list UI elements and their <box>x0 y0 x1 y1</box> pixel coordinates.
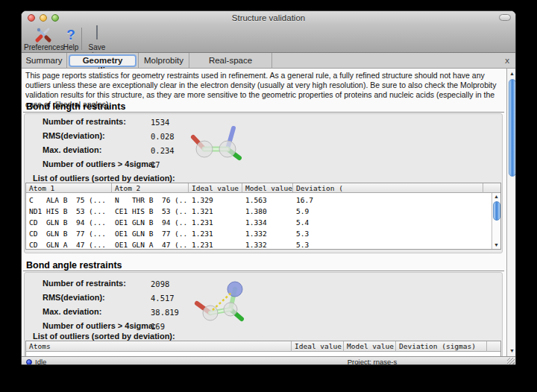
bond-angle-heading: Bond angle restraints <box>26 260 122 271</box>
table-row[interactable]: CD GLN B 77 (... OE1 GLN B 77 (... 1.231… <box>26 228 500 239</box>
stat-value: 2098 <box>151 279 169 288</box>
table-header-row: Atoms Ideal value Model value Deviation … <box>26 341 500 352</box>
bond-angle-outliers-table: Atoms Ideal value Model value Deviation … <box>25 341 501 356</box>
save-log-button[interactable]: Save log <box>84 26 110 51</box>
stat-value: 4.517 <box>151 294 175 303</box>
column-header[interactable]: Model value <box>344 341 396 352</box>
table-scroll-thumb[interactable] <box>493 201 500 221</box>
status-text: Idle <box>35 357 46 365</box>
scroll-down-icon[interactable]: ▼ <box>492 242 500 248</box>
tab-strip: Summary Geometry outliers Molprobity Rea… <box>22 53 515 69</box>
stat-value: 1534 <box>151 118 169 127</box>
stat-label: Max. deviation: <box>43 307 101 316</box>
preferences-label: Preferences <box>24 43 63 51</box>
bond-length-heading: Bond length restraints <box>26 101 125 112</box>
main-scroll-thumb[interactable] <box>509 79 516 177</box>
selected-tab-highlight[interactable]: Geometry outliers <box>69 54 136 67</box>
bond-length-outliers-table: Atom 1 Atom 2 Ideal value Model value De… <box>25 183 501 250</box>
bond-length-list-label: List of outliers (sorted by deviation): <box>33 174 175 183</box>
title-bar[interactable]: Structure validation <box>22 11 515 25</box>
column-header[interactable]: Atom 1 <box>26 183 112 193</box>
crossed-tools-icon <box>24 26 63 43</box>
bond-angle-list-label: List of outliers (sorted by deviation): <box>33 332 175 341</box>
bond-angle-molecule-graphic <box>183 276 250 329</box>
table-row[interactable]: CD GLN B 94 (... OE1 GLN B 94 (... 1.231… <box>26 217 500 228</box>
toolbar: Preferences ? Help Save log <box>22 25 515 53</box>
structure-validation-window: Structure validation Preferences ? <box>21 10 516 365</box>
column-header[interactable]: Deviation (sigmas) <box>396 341 487 352</box>
status-dot-icon <box>26 359 32 365</box>
scroll-up-icon[interactable]: ▲ <box>507 71 516 77</box>
window-title: Structure validation <box>22 11 515 25</box>
main-scrollbar[interactable]: ▲ ▼ <box>506 69 516 356</box>
scroll-up-icon[interactable]: ▲ <box>492 194 500 200</box>
question-mark-icon: ? <box>61 26 81 43</box>
tab-geometry-outliers[interactable]: Geometry outliers <box>67 53 139 69</box>
bond-angle-rule <box>23 271 504 271</box>
geometry-outliers-page: This page reports statistics for geometr… <box>22 69 506 356</box>
spreadsheet-icon <box>84 26 110 43</box>
stat-value: 38.819 <box>151 308 179 317</box>
bond-angle-panel: Number of restraints: 2098 RMS(deviation… <box>24 272 503 356</box>
column-header-filler <box>483 183 492 193</box>
table-row[interactable]: CD GLN A 47 (... OE1 GLN A 47 (... 1.231… <box>26 239 500 250</box>
help-button[interactable]: ? Help <box>61 26 81 51</box>
column-header[interactable]: Atoms <box>26 341 292 352</box>
stat-label: Number of restraints: <box>43 117 126 126</box>
help-label: Help <box>61 43 81 51</box>
column-header[interactable]: Model value <box>242 183 293 193</box>
status-bar: Idle Project: rnase-s <box>22 356 515 365</box>
table-row[interactable]: ND1 HIS B 53 (... CE1 HIS B 53 (... 1.32… <box>26 206 500 217</box>
stat-label: Number of restraints: <box>43 279 126 288</box>
tab-molprobity[interactable]: Molprobity <box>139 53 189 69</box>
tab-close-icon[interactable]: x <box>503 57 512 66</box>
stat-value: 169 <box>151 322 165 331</box>
column-header-filler <box>487 341 500 352</box>
desktop-background: Structure validation Preferences ? <box>0 0 537 392</box>
column-header[interactable]: Atom 2 <box>112 183 189 193</box>
tab-real-space-correlation[interactable]: Real-space correlation <box>189 53 272 69</box>
bond-length-rule <box>23 112 504 113</box>
resize-grip[interactable] <box>507 358 515 365</box>
table-scrollbar[interactable]: ▲ ▼ <box>492 193 500 249</box>
column-header[interactable]: Ideal value <box>189 183 242 193</box>
stat-label: Number of outliers > 4sigma: <box>43 321 156 330</box>
preferences-button[interactable]: Preferences <box>24 26 63 51</box>
project-label: Project: rnase-s <box>320 357 424 365</box>
stat-value: 0.234 <box>151 146 175 155</box>
table-row[interactable]: C ALA B 75 (... N THR B 76 (... 1.329 1.… <box>26 195 500 206</box>
tab-summary[interactable]: Summary <box>22 53 67 69</box>
stat-label: Number of outliers > 4sigma: <box>43 159 156 168</box>
column-header[interactable]: Deviation ( <box>293 183 483 193</box>
bond-length-molecule-graphic <box>184 116 247 165</box>
toolbar-separator <box>81 28 82 50</box>
scroll-down-icon[interactable]: ▼ <box>507 348 516 354</box>
stat-value: 0.028 <box>151 132 175 141</box>
stat-label: Max. deviation: <box>43 145 101 154</box>
column-header[interactable]: Ideal value <box>292 341 344 352</box>
table-header-row: Atom 1 Atom 2 Ideal value Model value De… <box>26 183 500 193</box>
stat-label: RMS(deviation): <box>43 131 105 140</box>
stat-value: 17 <box>151 160 160 169</box>
bond-length-panel: Number of restraints: 1534 RMS(deviation… <box>24 113 503 253</box>
toolbar-toggle-button[interactable] <box>499 14 511 21</box>
stat-label: RMS(deviation): <box>43 293 105 302</box>
